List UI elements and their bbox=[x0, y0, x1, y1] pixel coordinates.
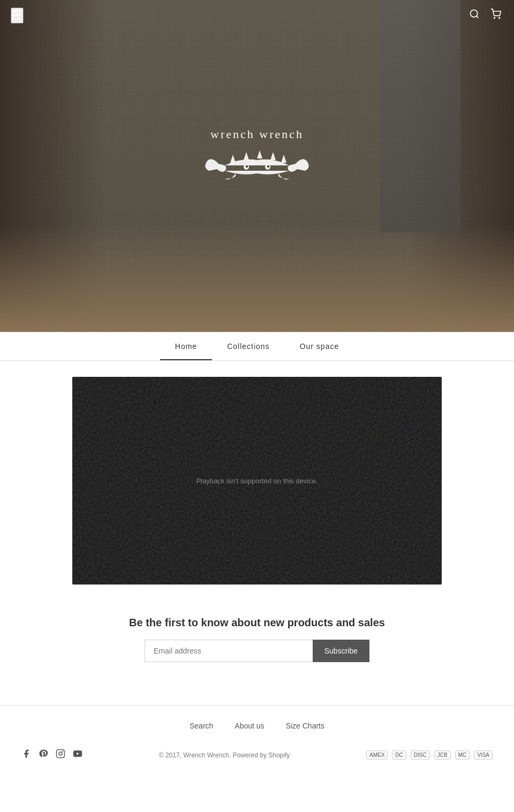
search-button[interactable] bbox=[467, 6, 482, 24]
svg-point-14 bbox=[59, 752, 62, 755]
payment-dc: DC bbox=[392, 750, 406, 760]
svg-line-1 bbox=[477, 16, 479, 18]
svg-point-2 bbox=[494, 18, 495, 19]
svg-marker-7 bbox=[270, 152, 276, 160]
svg-marker-4 bbox=[230, 155, 236, 163]
site-name: wrench wrench bbox=[198, 127, 316, 141]
payment-discover: DISC bbox=[411, 750, 430, 760]
cart-button[interactable] bbox=[488, 6, 503, 24]
nav-item-our-space[interactable]: Our space bbox=[285, 332, 354, 360]
payment-mastercard: MC bbox=[455, 750, 470, 760]
payment-icons: AMEX DC DISC JCB MC VISA bbox=[366, 750, 493, 760]
svg-rect-13 bbox=[57, 750, 65, 758]
email-input[interactable] bbox=[145, 640, 313, 662]
nav-item-home[interactable]: Home bbox=[160, 332, 212, 360]
video-player[interactable]: Playback isn't supported on this device. bbox=[72, 377, 442, 585]
payment-jcb: JCB bbox=[434, 750, 451, 760]
svg-point-3 bbox=[499, 18, 500, 19]
newsletter-section: Be the first to know about new products … bbox=[46, 585, 468, 689]
footer-link-size-charts[interactable]: Size Charts bbox=[286, 722, 324, 730]
site-header: ☰ wrench wrench bbox=[0, 0, 514, 332]
svg-point-11 bbox=[246, 165, 248, 168]
payment-visa: VISA bbox=[474, 750, 493, 760]
newsletter-title: Be the first to know about new products … bbox=[56, 617, 458, 629]
footer-link-about[interactable]: About us bbox=[235, 722, 264, 730]
social-icons bbox=[21, 749, 82, 761]
search-icon bbox=[469, 9, 480, 19]
instagram-icon[interactable] bbox=[56, 749, 65, 761]
main-content: Playback isn't supported on this device.… bbox=[0, 361, 514, 705]
svg-point-15 bbox=[63, 752, 63, 752]
logo-area: wrench wrench bbox=[198, 127, 316, 192]
site-logo bbox=[198, 147, 316, 189]
facebook-icon[interactable] bbox=[21, 749, 31, 761]
footer-link-search[interactable]: Search bbox=[190, 722, 213, 730]
newsletter-form: Subscribe bbox=[145, 640, 369, 662]
subscribe-button[interactable]: Subscribe bbox=[313, 640, 369, 662]
footer-links: Search About us Size Charts bbox=[0, 705, 514, 741]
header-icon-group bbox=[467, 6, 503, 24]
footer-bottom: © 2017, Wrench Wrench. Powered by Shopif… bbox=[0, 741, 514, 777]
svg-marker-6 bbox=[257, 150, 262, 158]
main-nav: Home Collections Our space bbox=[0, 332, 514, 361]
cart-icon bbox=[490, 9, 501, 19]
copyright-text: © 2017, Wrench Wrench. Powered by Shopif… bbox=[159, 752, 290, 759]
svg-point-12 bbox=[267, 165, 269, 168]
header-top-bar: ☰ bbox=[0, 0, 514, 31]
svg-point-0 bbox=[471, 10, 478, 17]
payment-amex: AMEX bbox=[366, 750, 388, 760]
site-footer: Search About us Size Charts © 2017, Wren… bbox=[0, 705, 514, 777]
youtube-icon[interactable] bbox=[73, 749, 82, 761]
pinterest-icon[interactable] bbox=[39, 749, 48, 761]
hamburger-menu-button[interactable]: ☰ bbox=[11, 7, 24, 24]
nav-item-collections[interactable]: Collections bbox=[212, 332, 284, 360]
video-message: Playback isn't supported on this device. bbox=[196, 477, 318, 485]
svg-marker-8 bbox=[281, 155, 286, 163]
svg-marker-5 bbox=[244, 152, 249, 160]
